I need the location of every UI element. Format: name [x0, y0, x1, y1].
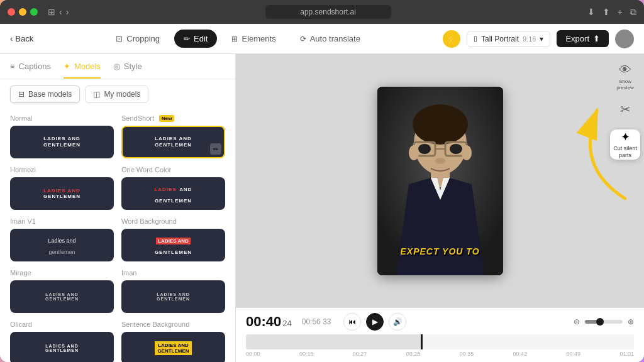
nav-center-tabs: ⊡ Cropping ✏ Edit ⊞ Elements ⟳ Auto tran…	[43, 30, 433, 48]
cut-silent-button[interactable]: ✦ Cut silent parts	[610, 129, 640, 160]
timeline-track[interactable]	[246, 334, 634, 349]
skip-back-button[interactable]: ⏮	[343, 313, 361, 331]
chevron-down-icon: ▾	[540, 35, 543, 43]
minimize-button[interactable]	[19, 8, 26, 16]
show-preview-button[interactable]: 👁 Showpreview	[613, 64, 638, 89]
back-nav-icon[interactable]: ‹	[59, 7, 62, 17]
model-card-mirage[interactable]: LADIES ANDGENTLEMEN	[10, 280, 114, 313]
model-card-olicard[interactable]: LADIES ANDGENTLEMEN	[10, 332, 114, 362]
my-models-icon: ◫	[93, 90, 100, 99]
current-time-sub: 24	[282, 319, 291, 328]
timeline-area: 00:40 24 00:56 33 ⏮ ▶ 🔊	[236, 307, 644, 362]
zoom-in-icon[interactable]: ⊕	[628, 317, 634, 326]
captions-icon: ≡	[10, 62, 15, 71]
forward-nav-icon[interactable]: ›	[66, 7, 69, 17]
share-icon[interactable]: ⬆	[602, 7, 610, 18]
tab-elements[interactable]: ⊞ Elements	[222, 30, 285, 48]
timeline-label-6: 00:49	[567, 351, 581, 357]
section-title-onewordcolor: One Word Color	[121, 166, 225, 173]
video-preview: EXPECT YOU TO	[377, 87, 503, 275]
timeline-progress	[246, 334, 421, 349]
tab-models[interactable]: ✦ Models	[64, 62, 101, 79]
svg-point-12	[462, 145, 472, 160]
base-models-label: Base models	[28, 90, 72, 99]
zoom-out-icon[interactable]: ⊖	[574, 317, 580, 326]
crop-tool-button[interactable]: ✂	[613, 97, 638, 122]
export-button[interactable]: Export ⬆	[557, 30, 609, 47]
user-avatar[interactable]	[615, 30, 634, 48]
style-icon: ◎	[113, 62, 120, 71]
add-tab-icon[interactable]: +	[618, 7, 623, 18]
edit-overlay-icon[interactable]: ✏	[210, 143, 221, 155]
model-card-wordbackground[interactable]: LADIES AND GENTLEMEN	[121, 229, 225, 261]
portrait-icon: ▯	[474, 35, 477, 43]
right-toolbar: 👁 Showpreview ✂ ✦ Cut silent parts	[606, 54, 644, 307]
model-card-onewordcolor-text: LADIES ANDGENTLEMEN	[154, 182, 192, 205]
translate-icon: ⟳	[300, 35, 306, 43]
models-icon: ✦	[64, 62, 70, 71]
tab-autotranslate-label: Auto translate	[310, 34, 360, 43]
subtab-base-models[interactable]: ⊟ Base models	[10, 85, 80, 103]
maximize-button[interactable]	[30, 8, 38, 16]
tab-captions[interactable]: ≡ Captions	[10, 62, 51, 79]
tab-elements-label: Elements	[242, 34, 275, 43]
cut-silent-label: Cut silent parts	[610, 145, 640, 159]
panel-tabs: ≡ Captions ✦ Models ◎ Style	[0, 54, 235, 79]
tabs-icon[interactable]: ⧉	[630, 7, 636, 18]
timeline-playhead[interactable]	[421, 334, 423, 349]
play-button[interactable]: ▶	[366, 313, 384, 331]
zoom-slider[interactable]	[585, 320, 623, 324]
close-button[interactable]	[8, 8, 15, 16]
timeline-label-5: 00:42	[513, 351, 528, 357]
sidebar-toggle-icon[interactable]: ⊞	[48, 7, 55, 17]
format-label: Tall Portrait	[481, 35, 519, 43]
export-label: Export	[565, 34, 589, 43]
model-card-imanv1[interactable]: Ladies and gentlemen	[10, 229, 114, 261]
scissors-icon: ✂	[620, 102, 631, 117]
section-title-iman: Iman	[121, 269, 225, 277]
new-badge: New	[159, 115, 174, 122]
zoom-controls: ⊖ ⊕	[574, 317, 634, 326]
left-panel: ≡ Captions ✦ Models ◎ Style ⊟ B	[0, 54, 236, 362]
model-card-iman[interactable]: LADIES ANDGENTLEMEN	[121, 280, 225, 313]
total-time-value: 00:56	[302, 317, 321, 326]
model-card-sendshort[interactable]: LADIES ANDGENTLEMEN ✏	[121, 126, 225, 158]
volume-button[interactable]: 🔊	[389, 313, 406, 331]
nav-right-controls: ⚡ ▯ Tall Portrait 9:16 ▾ Export ⬆	[443, 30, 634, 48]
svg-point-11	[409, 145, 419, 160]
right-content-area: EXPECT YOU TO 👁 Showpreview ✂ ✦	[236, 54, 644, 362]
titlebar-nav: ⊞ ‹ ›	[48, 7, 69, 17]
eye-icon: 👁	[619, 62, 631, 77]
tab-autotranslate[interactable]: ⟳ Auto translate	[291, 30, 370, 48]
model-card-hormozi-text: LADIES AND GENTLEMEN	[43, 188, 80, 199]
timeline-label-1: 00:15	[299, 351, 314, 357]
back-label: Back	[15, 34, 33, 43]
base-models-icon: ⊟	[18, 90, 25, 99]
traffic-lights	[8, 8, 38, 16]
notification-badge[interactable]: ⚡	[443, 30, 460, 48]
format-selector[interactable]: ▯ Tall Portrait 9:16 ▾	[467, 31, 550, 47]
tab-style-label: Style	[124, 62, 142, 71]
model-card-olicard-text: LADIES ANDGENTLEMEN	[45, 344, 79, 353]
model-card-hormozi[interactable]: LADIES AND GENTLEMEN	[10, 177, 114, 210]
download-icon[interactable]: ⬇	[587, 7, 595, 18]
subtab-my-models[interactable]: ◫ My models	[85, 85, 148, 103]
section-title-wordbackground: Word Background	[121, 217, 225, 225]
titlebar: ⊞ ‹ › app.sendshort.ai ⬇ ⬆ + ⧉	[0, 0, 644, 24]
tab-cropping[interactable]: ⊡ Cropping	[106, 30, 169, 48]
model-card-normal[interactable]: LADIES ANDGENTLEMEN	[10, 126, 114, 158]
tab-captions-label: Captions	[19, 62, 51, 71]
tab-edit[interactable]: ✏ Edit	[174, 30, 217, 48]
model-card-onewordcolor[interactable]: LADIES ANDGENTLEMEN	[121, 177, 225, 210]
zoom-thumb[interactable]	[596, 318, 604, 326]
my-models-label: My models	[104, 90, 140, 99]
crop-icon: ⊡	[116, 34, 123, 43]
back-button[interactable]: ‹ Back	[10, 34, 33, 43]
back-chevron-icon: ‹	[10, 34, 13, 43]
timeline-label-2: 00:27	[353, 351, 367, 357]
tab-style[interactable]: ◎ Style	[113, 62, 142, 79]
url-bar[interactable]: app.sendshort.ai	[74, 5, 582, 19]
top-navbar: ‹ Back ⊡ Cropping ✏ Edit ⊞ Elements ⟳	[0, 24, 644, 54]
url-text: app.sendshort.ai	[300, 8, 356, 16]
model-card-sentencebg[interactable]: LADIES ANDGENTLEMEN	[121, 332, 225, 362]
